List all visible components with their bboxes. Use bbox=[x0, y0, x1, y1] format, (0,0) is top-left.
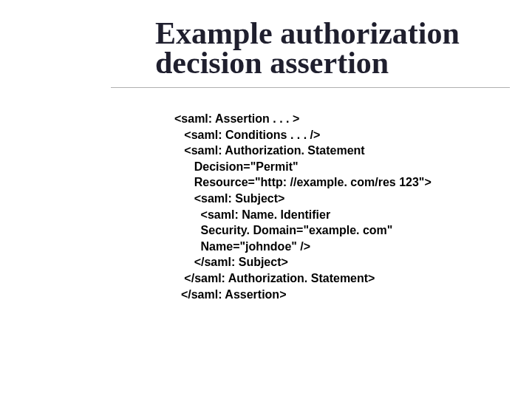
code-line: <saml: Assertion . . . > bbox=[174, 112, 299, 125]
slide-title: Example authorization decision assertion bbox=[155, 19, 502, 78]
slide: Example authorization decision assertion… bbox=[0, 0, 532, 399]
code-line: </saml: Assertion> bbox=[174, 288, 286, 301]
code-line: <saml: Conditions . . . /> bbox=[174, 129, 320, 141]
code-line: <saml: Authorization. Statement bbox=[174, 144, 365, 157]
code-line: Name="johndoe" /> bbox=[174, 240, 310, 253]
code-line: <saml: Subject> bbox=[174, 192, 284, 205]
code-line: Security. Domain="example. com" bbox=[174, 224, 392, 236]
code-line: Resource="http: //example. com/res 123"> bbox=[174, 176, 432, 188]
code-block: <saml: Assertion . . . > <saml: Conditio… bbox=[174, 111, 507, 302]
code-line: </saml: Authorization. Statement> bbox=[174, 272, 375, 284]
code-line: Decision="Permit" bbox=[174, 160, 299, 173]
code-line: <saml: Name. Identifier bbox=[174, 208, 330, 221]
code-line: </saml: Subject> bbox=[174, 256, 288, 268]
title-underline bbox=[111, 87, 510, 88]
title-line-2: decision assertion bbox=[155, 46, 389, 80]
